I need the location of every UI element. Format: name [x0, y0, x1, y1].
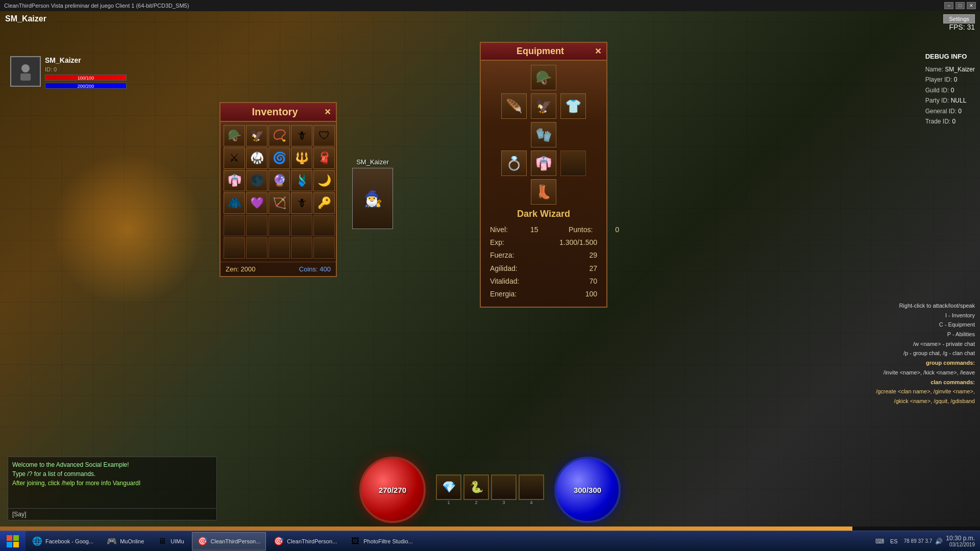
inventory-slot-5[interactable]: ⚔	[224, 147, 245, 169]
inventory-slot-7[interactable]: 🌀	[268, 147, 290, 169]
player-avatar	[10, 56, 41, 87]
controls-basic-3: C - Equipment	[876, 320, 975, 330]
stat-vitalidad-label: Vitalidad:	[490, 275, 519, 288]
inventory-slot-27[interactable]	[268, 237, 290, 259]
inventory-slot-10[interactable]: 👘	[224, 170, 245, 191]
taskbar-app-3[interactable]: 🎯 CleanThirdPerson...	[192, 532, 266, 550]
equipment-body: 🪖 🪶 🦅 👕 🧤 💍 👘 👢 Dark Wizard Nivel: 15	[481, 61, 606, 307]
eq-slot-ring1[interactable]: 💍	[501, 151, 527, 176]
chat-box: Welcome to the Advanced Social Example!T…	[8, 457, 217, 520]
inventory-slot-16[interactable]: 💜	[246, 192, 267, 214]
skill-slot-1[interactable]: 💎	[436, 474, 461, 500]
debug-field: Player ID: 0	[925, 74, 975, 85]
eq-slot-helmet[interactable]: 🪖	[531, 65, 556, 90]
char-class: Dark Wizard	[485, 209, 602, 219]
maximize-btn[interactable]: □	[955, 2, 965, 9]
eq-slot-armor[interactable]: 🦅	[531, 93, 556, 119]
equipment-row-3: 🧤	[485, 122, 602, 147]
stat-energia-row: Energia: 100	[490, 288, 597, 300]
inventory-slot-28[interactable]	[291, 237, 312, 259]
taskbar-app-1[interactable]: 🎮 MuOnline	[101, 532, 150, 550]
title-bar-controls[interactable]: – □ ✕	[944, 2, 976, 9]
eq-slot-boots[interactable]: 👢	[531, 179, 556, 205]
inventory-slot-3[interactable]: 🗡	[291, 125, 312, 146]
inventory-close-button[interactable]: ✕	[324, 107, 331, 117]
stat-nivel-label: Nivel:	[490, 223, 508, 236]
taskbar-app-label-3: CleanThirdPerson...	[211, 538, 261, 544]
start-button[interactable]	[0, 531, 26, 552]
stat-agilidad-label: Agilidad:	[490, 262, 518, 275]
settings-button[interactable]: Settings	[943, 14, 975, 23]
inventory-slot-24[interactable]	[313, 215, 335, 236]
inventory-slot-25[interactable]	[224, 237, 245, 259]
skill-slot-2[interactable]: 🐍	[463, 474, 489, 500]
taskbar-time: 10:30 p.m.	[946, 535, 975, 542]
player-name-top: SM_Kaizer	[5, 14, 46, 23]
taskbar-app-icon-0: 🌐	[32, 536, 42, 546]
chat-prefix: [Say]	[12, 511, 26, 518]
inventory-title: Inventory	[226, 106, 324, 118]
inventory-slot-8[interactable]: 🔱	[291, 147, 312, 169]
title-bar: CleanThirdPerson Vista preliminar del ju…	[0, 0, 980, 11]
taskbar-app-4[interactable]: 🎯 CleanThirdPerson...	[268, 532, 342, 550]
inventory-slot-0[interactable]: 🪖	[224, 125, 245, 146]
taskbar-app-0[interactable]: 🌐 Facebook - Goog...	[27, 532, 99, 550]
inventory-slot-6[interactable]: 🥋	[246, 147, 267, 169]
inventory-slot-23[interactable]	[291, 215, 312, 236]
inventory-slot-12[interactable]: 🔮	[268, 170, 290, 191]
taskbar-app-icon-5: 🖼	[350, 536, 360, 546]
controls-basic-2: I - Inventory	[876, 311, 975, 320]
inventory-slot-26[interactable]	[246, 237, 267, 259]
inventory-slot-19[interactable]: 🔑	[313, 192, 335, 214]
inventory-slot-9[interactable]: 🧣	[313, 147, 335, 169]
taskbar-apps: 🌐 Facebook - Goog...🎮 MuOnline🖥 UIMu🎯 Cl…	[26, 531, 420, 552]
inventory-slot-4[interactable]: 🛡	[313, 125, 335, 146]
taskbar-app-2[interactable]: 🖥 UIMu	[152, 532, 189, 550]
chat-input[interactable]	[29, 511, 212, 518]
inventory-slot-15[interactable]: 🧥	[224, 192, 245, 214]
debug-field: Party ID: NULL	[925, 95, 975, 106]
inventory-slot-13[interactable]: 🩱	[291, 170, 312, 191]
inventory-slot-1[interactable]: 🦅	[246, 125, 267, 146]
inventory-slot-20[interactable]	[224, 215, 245, 236]
inventory-slot-17[interactable]: 🏹	[268, 192, 290, 214]
chat-message: Welcome to the Advanced Social Example!	[12, 460, 212, 469]
minimize-btn[interactable]: –	[944, 2, 953, 9]
inventory-window: Inventory ✕ 🪖🦅📿🗡🛡⚔🥋🌀🔱🧣👘🌑🔮🩱🌙🧥💜🏹🗡🔑 Zen: 20…	[219, 102, 337, 277]
bottom-hud: 270/270 💎1🐍234 300/300	[359, 457, 621, 523]
eq-slot-gloves[interactable]: 🧤	[531, 122, 556, 147]
inventory-slot-14[interactable]: 🌙	[313, 170, 335, 191]
skill-group-1: 💎1	[436, 474, 461, 505]
skill-slot-4[interactable]	[519, 474, 544, 500]
inventory-slot-18[interactable]: 🗡	[291, 192, 312, 214]
close-btn[interactable]: ✕	[967, 2, 976, 9]
avatar-icon	[15, 61, 36, 82]
controls-group-commands: /invite <name>, /kick <name>, /leave	[876, 368, 975, 378]
equipment-title-bar: Equipment ✕	[481, 43, 606, 61]
taskbar-app-icon-4: 🎯	[274, 536, 284, 546]
skill-slot-3[interactable]	[491, 474, 517, 500]
eq-slot-right-hand[interactable]: 👕	[560, 93, 586, 119]
equipment-close-button[interactable]: ✕	[595, 46, 601, 56]
inventory-slot-11[interactable]: 🌑	[246, 170, 267, 191]
inventory-slot-21[interactable]	[246, 215, 267, 236]
controls-help: Right-click to attack/loot/speak I - Inv…	[876, 301, 975, 406]
taskbar-app-5[interactable]: 🖼 PhotoFiltre Studio...	[345, 532, 419, 550]
inventory-slot-2[interactable]: 📿	[268, 125, 290, 146]
equipment-row-4: 💍 👘	[485, 151, 602, 176]
inventory-footer: Zen: 2000 Coins: 400	[220, 262, 336, 276]
taskbar-right: ⌨ ES 78 89 37 3.7 🔊 10:30 p.m. 03/12/201…	[875, 535, 980, 547]
eq-slot-ring2[interactable]	[560, 151, 586, 176]
taskbar-app-icon-3: 🎯	[198, 536, 208, 546]
eq-slot-left-hand[interactable]: 🪶	[501, 93, 527, 119]
debug-field: Name: SM_Kaizer	[925, 64, 975, 74]
inventory-slot-29[interactable]	[313, 237, 335, 259]
inventory-slot-22[interactable]	[268, 215, 290, 236]
taskbar-clock: 10:30 p.m. 03/12/2019	[946, 535, 975, 547]
eq-slot-pants[interactable]: 👘	[531, 151, 556, 176]
hp-orb: 270/270	[359, 457, 426, 523]
taskbar-app-label-2: UIMu	[170, 538, 184, 544]
equipment-row-2: 🪶 🦅 👕	[485, 93, 602, 119]
skill-num-4: 4	[530, 500, 532, 505]
zen-display: Zen: 2000	[226, 265, 256, 273]
